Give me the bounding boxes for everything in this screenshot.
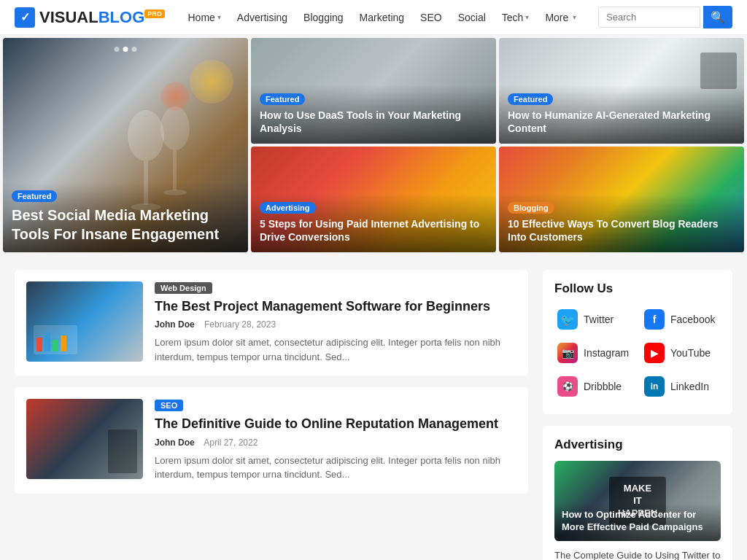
social-youtube[interactable]: ▶ YouTube (641, 340, 721, 366)
article-meta-1: John Doe February 28, 2023 (155, 319, 516, 330)
facebook-label: Facebook (670, 314, 715, 325)
hero-bottom-right-title: 10 Effective Ways To Convert Blog Reader… (508, 217, 735, 244)
hero-bottom-right-card[interactable]: Blogging 10 Effective Ways To Convert Bl… (499, 147, 744, 252)
logo-check-icon: ✓ (15, 7, 35, 28)
social-grid: 🐦 Twitter f Facebook 📷 Instagram ▶ YouTu… (554, 306, 721, 400)
hero-bottom-right-tag: Blogging (508, 202, 554, 214)
dribbble-icon: ⚽ (557, 376, 578, 397)
ad-overlay: How to Optimize AdCenter for More Effect… (554, 503, 721, 541)
nav-marketing[interactable]: Marketing (352, 7, 411, 28)
follow-us-section: Follow Us 🐦 Twitter f Facebook 📷 Instagr… (543, 270, 732, 414)
instagram-label: Instagram (584, 347, 629, 359)
nav-seo[interactable]: SEO (413, 7, 449, 28)
nav-more[interactable]: More (538, 7, 576, 28)
sidebar-link[interactable]: The Complete Guide to Using Twitter to (554, 548, 721, 560)
article-excerpt-2: Lorem ipsum dolor sit amet, consectetur … (155, 454, 516, 482)
instagram-icon: 📷 (557, 343, 578, 363)
article-tag-2: SEO (155, 400, 183, 411)
hero-large-title: Best Social Media Marketing Tools For In… (12, 206, 239, 244)
hero-bottom-center-card[interactable]: Advertising 5 Steps for Using Paid Inter… (251, 147, 496, 252)
hero-top-center-overlay: Featured How to Use DaaS Tools in Your M… (251, 85, 496, 144)
hero-large-overlay: Featured Best Social Media Marketing Too… (3, 182, 248, 252)
article-tag-1: Web Design (155, 282, 212, 294)
nav-advertising[interactable]: Advertising (230, 7, 295, 28)
follow-us-title: Follow Us (554, 281, 721, 296)
svg-point-3 (160, 106, 190, 150)
article-card-1: Web Design The Best Project Management S… (15, 270, 528, 376)
facebook-icon: f (644, 309, 665, 330)
social-twitter[interactable]: 🐦 Twitter (554, 306, 634, 332)
article-meta-2: John Doe April 27, 2022 (155, 438, 516, 448)
hero-large-tag: Featured (12, 190, 57, 202)
logo[interactable]: ✓ VISUALBLOGPRO (15, 7, 165, 28)
hero-bottom-center-overlay: Advertising 5 Steps for Using Paid Inter… (251, 194, 496, 252)
hero-top-right-card[interactable]: Featured How to Humanize AI-Generated Ma… (499, 38, 744, 144)
youtube-icon: ▶ (644, 343, 665, 363)
hero-bottom-center-title: 5 Steps for Using Paid Internet Advertis… (260, 217, 487, 244)
article-title-1[interactable]: The Best Project Management Software for… (155, 298, 516, 315)
hero-bottom-right-overlay: Blogging 10 Effective Ways To Convert Bl… (499, 194, 744, 252)
ad-title: How to Optimize AdCenter for More Effect… (562, 509, 713, 534)
hero-top-right-title: How to Humanize AI-Generated Marketing C… (508, 109, 735, 135)
search-button[interactable]: 🔍 (703, 6, 732, 28)
social-linkedin[interactable]: in LinkedIn (641, 373, 721, 400)
nav-blogging[interactable]: Blogging (296, 7, 351, 28)
article-info-2: SEO The Definitive Guide to Online Reput… (155, 399, 516, 481)
twitter-label: Twitter (584, 314, 614, 325)
linkedin-label: LinkedIn (670, 381, 709, 392)
article-card-2: SEO The Definitive Guide to Online Reput… (15, 387, 528, 493)
article-thumb-2 (26, 399, 143, 479)
hero-top-center-title: How to Use DaaS Tools in Your Marketing … (260, 109, 487, 135)
content-area: Web Design The Best Project Management S… (15, 270, 528, 560)
ad-card[interactable]: MAKEITHAPPEN How to Optimize AdCenter fo… (554, 461, 721, 541)
search-input[interactable] (598, 7, 700, 28)
advertising-title: Advertising (554, 438, 721, 452)
article-info-1: Web Design The Best Project Management S… (155, 281, 516, 364)
svg-point-0 (128, 110, 164, 161)
main-nav: Home ▾ Advertising Blogging Marketing SE… (179, 7, 584, 28)
nav-social[interactable]: Social (451, 7, 493, 28)
hero-top-center-tag: Featured (260, 93, 305, 105)
social-dribbble[interactable]: ⚽ Dribbble (554, 373, 634, 400)
article-thumb-1 (26, 281, 143, 362)
advertising-section: Advertising MAKEITHAPPEN How to Optimize… (543, 426, 732, 560)
logo-text: VISUALBLOGPRO (39, 8, 165, 27)
search-bar: 🔍 (598, 6, 732, 28)
hero-large-card[interactable]: Featured Best Social Media Marketing Too… (3, 38, 248, 252)
nav-tech[interactable]: Tech ▾ (495, 7, 537, 28)
main-wrapper: Web Design The Best Project Management S… (0, 255, 747, 560)
hero-top-right-overlay: Featured How to Humanize AI-Generated Ma… (499, 85, 744, 144)
sidebar: Follow Us 🐦 Twitter f Facebook 📷 Instagr… (543, 270, 732, 560)
twitter-icon: 🐦 (557, 309, 578, 330)
social-instagram[interactable]: 📷 Instagram (554, 340, 634, 366)
article-excerpt-1: Lorem ipsum dolor sit amet, consectetur … (155, 335, 516, 364)
hero-top-center-card[interactable]: Featured How to Use DaaS Tools in Your M… (251, 38, 496, 144)
hero-bottom-center-tag: Advertising (260, 202, 316, 214)
youtube-label: YouTube (670, 347, 711, 359)
header: ✓ VISUALBLOGPRO Home ▾ Advertising Blogg… (0, 0, 747, 35)
hero-top-right-tag: Featured (508, 93, 553, 105)
article-title-2[interactable]: The Definitive Guide to Online Reputatio… (155, 416, 516, 432)
nav-home[interactable]: Home ▾ (180, 7, 228, 28)
hero-grid: Featured Best Social Media Marketing Too… (3, 38, 744, 252)
social-facebook[interactable]: f Facebook (641, 306, 721, 332)
linkedin-icon: in (644, 376, 665, 397)
dribbble-label: Dribbble (584, 381, 622, 392)
